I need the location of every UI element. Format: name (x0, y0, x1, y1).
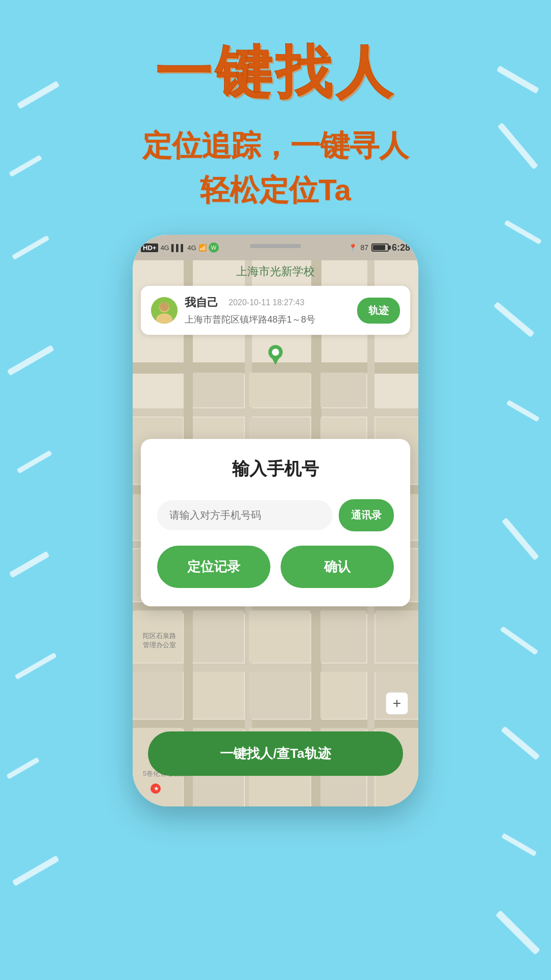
phone-mockup: 28号 29号 陀区石泉路 管理办公室 5卷化管理石泉 ★ HD+ 4G ▌▌▌… (133, 235, 418, 806)
user-name: 我自己 (185, 295, 218, 310)
svg-rect-13 (249, 373, 310, 407)
map-zoom-plus-button[interactable]: + (386, 692, 408, 715)
contacts-button[interactable]: 通讯录 (339, 499, 394, 531)
signal-bars: ▌▌▌ (171, 244, 186, 252)
svg-rect-37 (320, 672, 366, 719)
input-row: 通讯录 (157, 499, 394, 531)
status-bar-right: 📍 87 6:28 (348, 242, 410, 253)
svg-rect-2 (133, 408, 418, 416)
dialog-buttons: 定位记录 确认 (157, 546, 394, 588)
svg-rect-38 (133, 672, 183, 719)
svg-rect-36 (249, 672, 310, 719)
svg-text:陀区石泉路: 陀区石泉路 (143, 632, 176, 640)
hd-badge: HD+ (141, 243, 158, 252)
svg-point-58 (160, 302, 169, 311)
signal-4g1: 4G (160, 244, 169, 252)
svg-rect-14 (320, 373, 366, 407)
status-time: 6:28 (392, 242, 410, 253)
track-button[interactable]: 轨迹 (357, 298, 400, 324)
hero-subtitle-line2: 轻松定位Ta (0, 167, 551, 212)
svg-text:★: ★ (154, 785, 159, 792)
svg-rect-6 (133, 664, 418, 672)
wifi-icon: 📶 (198, 244, 207, 252)
svg-rect-12 (193, 373, 244, 407)
avatar (151, 297, 178, 324)
hero-section: 一键找人 定位追踪，一键寻人 轻松定位Ta (0, 41, 551, 212)
svg-rect-7 (133, 720, 418, 729)
bottom-bar-label: 一键找人/查Ta轨迹 (220, 746, 331, 761)
bottom-action-bar[interactable]: 一键找人/查Ta轨迹 (148, 731, 403, 776)
location-time: 2020-10-11 18:27:43 (229, 298, 305, 307)
svg-rect-30 (193, 610, 244, 663)
status-bar: HD+ 4G ▌▌▌ 4G 📶 W 📍 87 6:28 (133, 235, 418, 260)
location-address: 上海市普陀区镇坪路48弄1～8号 (185, 313, 350, 326)
status-bar-left: HD+ 4G ▌▌▌ 4G 📶 W (141, 242, 219, 253)
signal-4g2: 4G (187, 244, 196, 252)
battery-icon (371, 243, 389, 252)
location-icon: 📍 (348, 243, 357, 252)
phone-number-input[interactable] (157, 500, 333, 530)
confirm-button[interactable]: 确认 (281, 546, 394, 588)
svg-rect-34 (375, 610, 418, 663)
phone-dialog: 输入手机号 通讯录 定位记录 确认 (141, 439, 410, 606)
info-card: 我自己 2020-10-11 18:27:43 上海市普陀区镇坪路48弄1～8号… (141, 286, 410, 335)
svg-rect-35 (193, 672, 244, 719)
svg-rect-31 (249, 610, 310, 663)
battery-level: 87 (360, 243, 368, 252)
svg-rect-32 (320, 610, 366, 663)
info-content: 我自己 2020-10-11 18:27:43 上海市普陀区镇坪路48弄1～8号 (185, 295, 350, 326)
map-title-bar: 上海市光新学校 (133, 260, 418, 283)
location-record-button[interactable]: 定位记录 (157, 546, 270, 588)
dialog-title: 输入手机号 (157, 457, 394, 481)
hero-subtitle: 定位追踪，一键寻人 轻松定位Ta (0, 123, 551, 212)
hero-subtitle-line1: 定位追踪，一键寻人 (0, 123, 551, 167)
svg-point-47 (272, 349, 279, 356)
svg-text:管理办公室: 管理办公室 (143, 641, 176, 649)
wechat-icon: W (209, 242, 219, 253)
hero-title: 一键找人 (0, 41, 551, 103)
info-name-row: 我自己 2020-10-11 18:27:43 (185, 295, 350, 310)
map-location-label: 上海市光新学校 (236, 264, 315, 279)
